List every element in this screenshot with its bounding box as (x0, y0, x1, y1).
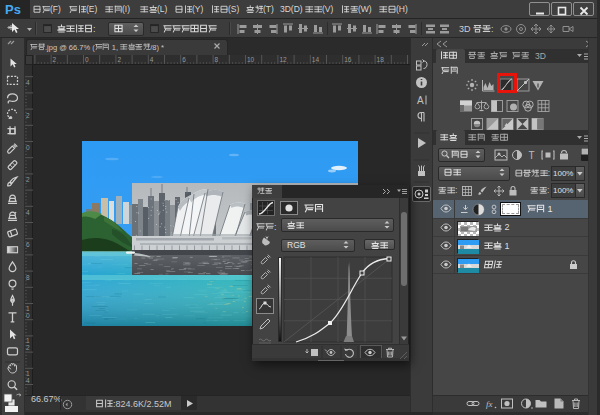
svg-text:A: A (417, 95, 424, 106)
svg-text:2: 2 (26, 344, 30, 351)
svg-text:10: 10 (247, 56, 255, 63)
svg-text:8: 8 (26, 274, 30, 281)
svg-text:1: 1 (26, 370, 30, 377)
svg-text:0: 0 (26, 312, 30, 319)
svg-text:0: 0 (26, 144, 30, 151)
svg-text:2: 2 (26, 176, 30, 183)
svg-text:1: 1 (26, 305, 30, 312)
svg-text:1: 1 (26, 337, 30, 344)
svg-text:18: 18 (377, 56, 385, 63)
svg-text:2: 2 (117, 56, 121, 63)
svg-text:4: 4 (26, 209, 30, 216)
svg-text:8: 8 (215, 56, 219, 63)
svg-text:6: 6 (26, 241, 30, 248)
svg-text:4: 4 (26, 377, 30, 384)
svg-text:12: 12 (279, 56, 287, 63)
svg-text:14: 14 (312, 56, 320, 63)
svg-text:2: 2 (53, 56, 57, 63)
svg-text:16: 16 (344, 56, 352, 63)
svg-text:T: T (529, 150, 535, 161)
svg-text:fx: fx (486, 399, 493, 409)
svg-text:4: 4 (150, 56, 154, 63)
svg-text:4: 4 (26, 79, 30, 86)
svg-text:6: 6 (182, 56, 186, 63)
svg-text:2: 2 (26, 112, 30, 119)
svg-text:0: 0 (85, 56, 89, 63)
